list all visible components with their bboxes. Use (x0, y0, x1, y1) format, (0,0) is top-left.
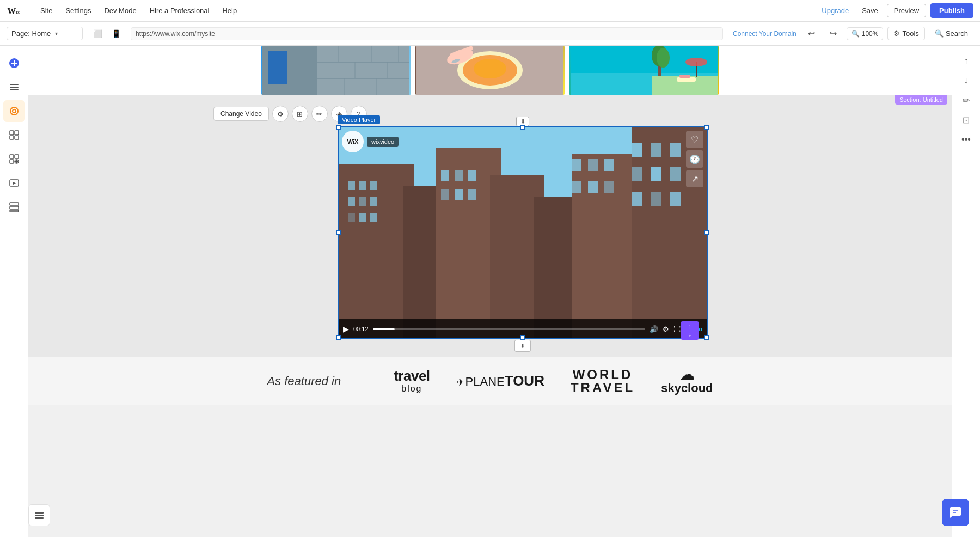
save-button[interactable]: Save (857, 4, 883, 17)
section-untitled-label: Section: Untitled (895, 95, 947, 105)
svg-rect-24 (10, 206, 19, 209)
svg-rect-84 (670, 167, 681, 181)
layers-button[interactable] (28, 504, 50, 526)
preview-button[interactable]: Preview (887, 4, 926, 17)
svg-rect-83 (651, 167, 661, 181)
settings-control-icon[interactable]: ⚙ (663, 325, 669, 333)
svg-rect-82 (632, 167, 642, 181)
right-layout-icon[interactable]: ⊡ (958, 111, 975, 129)
undo-button[interactable]: ↩ (803, 25, 820, 42)
svg-rect-11 (10, 131, 14, 135)
right-arrow-up[interactable]: ↑ (958, 52, 975, 70)
svg-rect-66 (370, 213, 377, 222)
pen-icon-btn[interactable]: ✏ (311, 106, 328, 122)
page-selector[interactable]: Page: Home ▾ (7, 27, 83, 40)
right-sidebar: ↑ ↓ ✏ ⊡ ••• (952, 46, 980, 537)
sidebar-apps-icon[interactable] (3, 148, 25, 170)
right-arrow-down[interactable]: ↓ (958, 72, 975, 89)
plane-prefix: PLANE (465, 375, 505, 389)
travel-text: travel (394, 368, 430, 384)
section-resize-btn[interactable]: ⬇ (514, 340, 531, 352)
second-bar: Page: Home ▾ ⬜ 📱 https://www.wix.com/mys… (0, 22, 980, 46)
video-player-wrapper: WiX wixvideo ♡ 🕐 ↗ ▶ 00:12 (338, 126, 708, 339)
svg-rect-7 (10, 89, 19, 90)
watch-later-icon-btn[interactable]: 🕐 (686, 150, 703, 168)
featured-divider (367, 368, 367, 395)
svg-rect-80 (651, 143, 661, 157)
fullscreen-icon[interactable]: ⛶ (673, 325, 681, 333)
svg-rect-79 (632, 143, 642, 157)
svg-rect-63 (370, 197, 377, 206)
svg-rect-85 (632, 192, 642, 206)
featured-strip: As featured in travel blog ✈ PLANETOUR W… (28, 356, 952, 405)
svg-rect-25 (10, 210, 19, 212)
video-player[interactable]: WiX wixvideo ♡ 🕐 ↗ ▶ 00:12 (338, 126, 708, 339)
main-canvas: Section: Untitled Change Video ⚙ ⊞ ✏ ◈ ?… (28, 46, 952, 537)
move-section-button[interactable]: ↑ ↓ (681, 321, 699, 340)
sidebar-blog-icon[interactable] (3, 100, 25, 122)
play-button[interactable]: ▶ (343, 325, 349, 333)
volume-icon[interactable]: 🔊 (650, 325, 658, 333)
world-text: WORLD (573, 368, 633, 381)
upgrade-button[interactable]: Upgrade (817, 4, 853, 17)
svg-rect-86 (651, 192, 661, 206)
travel-brand-text: TRAVEL (571, 381, 635, 394)
sidebar-pages-icon[interactable] (3, 76, 25, 98)
strip-image-3 (569, 46, 719, 95)
nav-hire[interactable]: Hire a Professional (144, 4, 215, 17)
svg-rect-55 (679, 75, 690, 78)
share-icon-btn[interactable]: ↗ (686, 170, 703, 187)
favorite-icon-btn[interactable]: ♡ (686, 131, 703, 148)
sidebar-sections-icon[interactable] (3, 196, 25, 218)
svg-point-43 (474, 59, 506, 78)
svg-point-10 (13, 110, 15, 112)
zoom-control[interactable]: 🔍 100% (847, 27, 884, 40)
layout-icon-btn[interactable]: ⊞ (292, 106, 308, 122)
desktop-view-btn[interactable]: ⬜ (89, 26, 106, 42)
svg-rect-58 (348, 181, 355, 190)
view-toggle: ⬜ 📱 (89, 26, 124, 42)
sidebar-media-icon[interactable] (3, 172, 25, 194)
tools-button[interactable]: ⚙ Tools (887, 27, 924, 40)
mobile-view-btn[interactable]: 📱 (108, 26, 124, 42)
svg-rect-60 (370, 181, 377, 190)
download-icon-btn[interactable]: ⬇ (516, 117, 529, 126)
page-selector-chevron: ▾ (55, 30, 58, 36)
right-edit-icon[interactable]: ✏ (958, 91, 975, 109)
publish-button[interactable]: Publish (930, 3, 973, 18)
nav-settings[interactable]: Settings (60, 4, 96, 17)
settings-icon-btn[interactable]: ⚙ (272, 106, 289, 122)
svg-rect-65 (359, 213, 366, 222)
sidebar-grid-icon[interactable] (3, 124, 25, 146)
image-strip (28, 46, 952, 95)
nav-help[interactable]: Help (217, 4, 242, 17)
tools-label: Tools (902, 29, 918, 38)
video-player-label: Video Player (338, 115, 380, 124)
svg-rect-87 (670, 192, 681, 206)
strip-image-1 (261, 46, 411, 95)
tour-text: TOUR (505, 373, 544, 389)
chat-button[interactable] (942, 499, 969, 526)
world-travel-brand: WORLD TRAVEL (571, 368, 635, 394)
wixvideo-badge: wixvideo (367, 137, 399, 147)
plane-icon: ✈ (456, 376, 464, 388)
zoom-icon: 🔍 (852, 30, 860, 38)
progress-bar[interactable] (373, 328, 646, 330)
top-nav: Site Settings Dev Mode Hire a Profession… (35, 4, 817, 17)
nav-site[interactable]: Site (35, 4, 58, 17)
svg-rect-30 (317, 46, 409, 95)
redo-button[interactable]: ↪ (825, 25, 842, 42)
connect-domain-link[interactable]: Connect Your Domain (733, 30, 797, 38)
svg-point-53 (657, 48, 670, 68)
strip-image-2 (415, 46, 565, 95)
svg-text:ix: ix (16, 9, 20, 15)
sidebar-add-button[interactable] (3, 52, 25, 74)
nav-dev-mode[interactable]: Dev Mode (99, 4, 142, 17)
skycloud-brand: ☁ skycloud (661, 367, 713, 395)
download-handle: ⬇ (338, 117, 708, 126)
search-button[interactable]: 🔍 Search (929, 27, 973, 40)
change-video-button[interactable]: Change Video (213, 107, 269, 121)
right-more-icon[interactable]: ••• (958, 131, 975, 148)
svg-rect-73 (572, 159, 581, 171)
svg-rect-69 (468, 170, 476, 181)
